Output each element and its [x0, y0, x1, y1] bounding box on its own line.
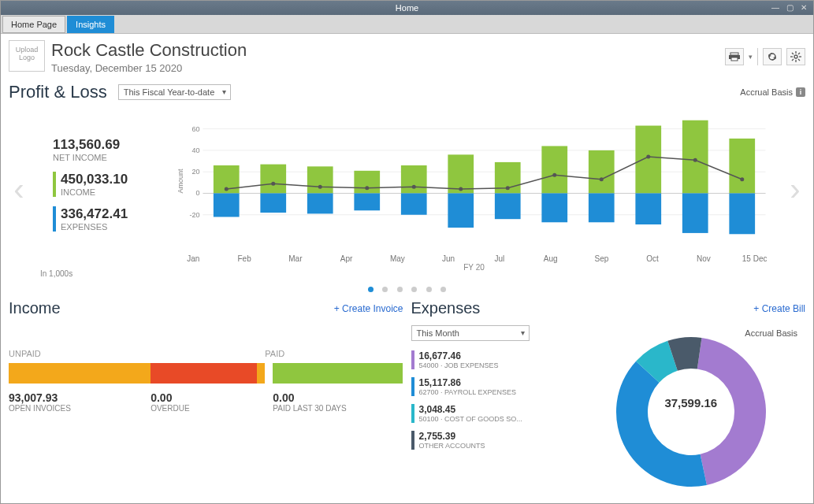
- net-income-value: 113,560.69: [53, 137, 163, 153]
- chart-x-tick: Oct: [627, 254, 678, 263]
- tab-home-page[interactable]: Home Page: [2, 16, 65, 33]
- chart-x-tick: Jan: [168, 254, 219, 263]
- svg-rect-26: [260, 165, 286, 194]
- maximize-icon[interactable]: ▢: [783, 2, 796, 13]
- paid30-label: PAID LAST 30 DAYS: [273, 404, 346, 413]
- expenses-title: Expenses: [411, 299, 481, 317]
- close-icon[interactable]: ✕: [797, 2, 810, 13]
- open-invoices-value: 93,007.93: [9, 391, 151, 404]
- expenses-label: EXPENSES: [61, 222, 163, 232]
- overdue-bar: [151, 363, 257, 384]
- dot-1[interactable]: [368, 287, 374, 292]
- expense-item-1: 15,117.86 62700 · PAYROLL EXPENSES: [411, 377, 577, 396]
- paid-bar: [273, 363, 403, 384]
- expense-item-label: 62700 · PAYROLL EXPENSES: [419, 388, 577, 396]
- svg-rect-42: [635, 126, 661, 194]
- income-title: Income: [9, 299, 61, 317]
- chart-pagination-dots: [9, 284, 805, 295]
- chart-x-tick: Nov: [678, 254, 730, 263]
- svg-rect-29: [307, 193, 333, 213]
- info-icon[interactable]: i: [796, 87, 805, 97]
- refresh-button[interactable]: [763, 48, 782, 65]
- expense-item-value: 16,677.46: [419, 350, 577, 361]
- svg-rect-2: [731, 57, 738, 61]
- svg-point-54: [506, 186, 510, 190]
- expense-item-label: 54000 · JOB EXPENSES: [419, 361, 577, 369]
- expense-item-3: 2,755.39 OTHER ACCOUNTS: [411, 431, 577, 450]
- dot-6[interactable]: [440, 287, 446, 292]
- chart-x-axis-label: FY 20: [163, 263, 785, 272]
- window-titlebar: Home — ▢ ✕: [1, 1, 813, 15]
- chart-x-tick: Sep: [576, 254, 627, 263]
- overdue-label: OVERDUE: [151, 404, 273, 413]
- svg-rect-39: [541, 193, 567, 222]
- prev-chart-button[interactable]: ‹: [9, 165, 29, 213]
- profit-loss-title: Profit & Loss: [9, 82, 107, 102]
- svg-line-8: [792, 53, 794, 54]
- accrual-basis-label: Accrual Basis: [740, 87, 793, 97]
- expense-item-label: OTHER ACCOUNTS: [419, 442, 577, 450]
- dot-2[interactable]: [382, 287, 388, 292]
- svg-rect-41: [589, 193, 615, 222]
- svg-rect-31: [354, 193, 380, 210]
- expense-item-2: 3,048.45 50100 · COST OF GOODS SO...: [411, 404, 577, 423]
- svg-text:60: 60: [191, 125, 199, 133]
- svg-point-53: [459, 187, 463, 191]
- minimize-icon[interactable]: —: [769, 2, 782, 13]
- expenses-range-dropdown[interactable]: This Month: [411, 325, 530, 341]
- svg-rect-47: [729, 193, 755, 234]
- svg-rect-32: [401, 165, 427, 193]
- open-invoices-label: OPEN INVOICES: [9, 404, 151, 413]
- profit-loss-range-dropdown[interactable]: This Fiscal Year-to-date: [118, 84, 232, 100]
- svg-point-49: [271, 182, 275, 186]
- profit-loss-chart: -200204060Amount JanFebMarAprMayJunJulAu…: [163, 110, 785, 268]
- expense-donut-chart: Accrual Basis 37,599.16: [577, 325, 806, 498]
- tab-insights[interactable]: Insights: [67, 16, 114, 33]
- svg-rect-45: [682, 193, 708, 232]
- print-dropdown-chevron[interactable]: ▾: [749, 53, 753, 61]
- svg-rect-25: [214, 193, 240, 217]
- expense-item-0: 16,677.46 54000 · JOB EXPENSES: [411, 350, 577, 369]
- chart-x-tick: Jun: [423, 254, 474, 263]
- expenses-block: 336,472.41 EXPENSES: [53, 206, 163, 232]
- chart-x-tick: Aug: [525, 254, 576, 263]
- upload-logo-button[interactable]: Upload Logo: [9, 40, 45, 72]
- svg-point-3: [794, 55, 797, 58]
- company-name: Rock Castle Construction: [51, 40, 247, 61]
- create-bill-link[interactable]: + Create Bill: [753, 303, 805, 314]
- svg-point-56: [600, 177, 604, 181]
- svg-line-10: [792, 59, 794, 61]
- svg-point-50: [318, 185, 322, 189]
- expenses-total: 37,599.16: [664, 396, 717, 410]
- dot-5[interactable]: [426, 287, 432, 292]
- create-invoice-link[interactable]: + Create Invoice: [334, 303, 403, 314]
- open-invoices-bar: [9, 363, 151, 384]
- svg-rect-40: [589, 150, 615, 194]
- expense-item-value: 2,755.39: [419, 431, 577, 442]
- dot-4[interactable]: [411, 287, 417, 292]
- print-button[interactable]: [725, 48, 744, 65]
- chart-x-tick: 15 Dec: [729, 254, 780, 263]
- svg-rect-46: [729, 139, 755, 194]
- income-panel: Income + Create Invoice UNPAID PAID 93: [9, 299, 403, 498]
- income-label: INCOME: [61, 187, 163, 197]
- dot-3[interactable]: [397, 287, 403, 292]
- expenses-accrual-label: Accrual Basis: [745, 328, 797, 338]
- svg-point-58: [693, 158, 697, 162]
- svg-rect-37: [495, 193, 521, 219]
- net-income-block: 113,560.69 NET INCOME: [53, 137, 163, 162]
- svg-text:Amount: Amount: [177, 169, 184, 194]
- svg-line-11: [798, 53, 800, 54]
- header-actions: ▾: [725, 48, 805, 65]
- chart-x-tick: Mar: [270, 254, 322, 263]
- paid30-value: 0.00: [273, 391, 346, 404]
- svg-point-52: [412, 185, 416, 189]
- in-1000s-label: In 1,000s: [40, 269, 72, 278]
- svg-point-59: [740, 177, 744, 181]
- tab-row: Home Page Insights: [1, 15, 813, 34]
- expenses-panel: Expenses + Create Bill This Month 16,677…: [411, 299, 806, 498]
- next-chart-button[interactable]: ›: [785, 165, 805, 213]
- settings-button[interactable]: [786, 48, 805, 65]
- svg-rect-35: [448, 193, 474, 228]
- chart-x-tick: Jul: [474, 254, 526, 263]
